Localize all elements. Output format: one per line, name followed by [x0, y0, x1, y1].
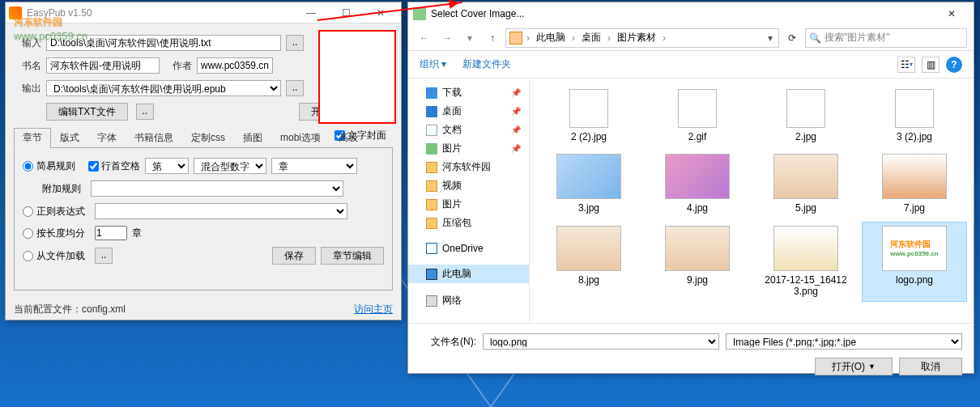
thumbnail [665, 154, 730, 199]
organize-menu[interactable]: 组织 ▾ [420, 57, 446, 71]
filetype-select[interactable]: Image Files (*.png;*.jpg;*.jpe [726, 333, 962, 350]
edit-txt-aux-button[interactable]: .. [136, 104, 154, 120]
file-item[interactable]: 2.gif [645, 85, 750, 146]
extra-rule-select[interactable] [91, 180, 343, 197]
cover-preview[interactable] [318, 30, 396, 124]
back-button[interactable]: ← [415, 28, 434, 48]
file-name: 4.jpg [687, 202, 708, 214]
prefix-select[interactable]: 第 [145, 158, 189, 174]
file-name: 2017-12-15_164123.png [761, 274, 850, 298]
file-item[interactable]: 8.jpg [536, 222, 641, 302]
folder-icon [509, 32, 522, 45]
tab-0[interactable]: 章节 [14, 128, 51, 148]
folder-icon [426, 180, 437, 192]
sidebar-item[interactable]: 下载📌 [408, 83, 529, 102]
tab-3[interactable]: 书籍信息 [126, 128, 182, 148]
preview-pane-button[interactable]: ▥ [922, 57, 940, 73]
edit-txt-button[interactable]: 编辑TXT文件 [46, 103, 128, 121]
file-item[interactable]: 河东软件园www.pc0359.cnlogo.png [862, 222, 967, 302]
refresh-button[interactable]: ⟳ [782, 28, 802, 48]
dialog-footer: 文件名(N): logo.png Image Files (*.png;*.jp… [408, 323, 974, 385]
line-space-checkbox[interactable]: 行首空格 [88, 159, 140, 173]
breadcrumb[interactable]: ›此电脑 ›桌面 ›图片素材 › ▾ [505, 28, 779, 48]
sidebar-item[interactable]: 河东软件园 [408, 158, 529, 176]
sidebar-item[interactable]: 图片📌 [408, 139, 529, 158]
from-file-browse-button[interactable]: .. [95, 248, 113, 264]
file-dialog: Select Cover Image... ✕ ← → ▾ ↑ ›此电脑 ›桌面… [407, 2, 974, 374]
file-item[interactable]: 9.jpg [645, 222, 750, 302]
author-label: 作者 [164, 59, 192, 73]
file-name: 5.jpg [795, 202, 816, 214]
regex-select[interactable] [95, 203, 347, 219]
input-path[interactable] [46, 35, 281, 51]
by-length-radio[interactable]: 按长度均分 [23, 227, 85, 240]
file-name: 8.jpg [578, 274, 599, 286]
status-bar: 当前配置文件：config.xml 访问主页 [14, 303, 393, 316]
dialog-title: Select Cover Image... [431, 8, 935, 19]
file-item[interactable]: 2 (2).jpg [536, 85, 641, 146]
file-item[interactable]: 3 (2).jpg [862, 85, 967, 146]
sidebar-network[interactable]: 网络 [408, 291, 529, 310]
tab-1[interactable]: 版式 [51, 128, 88, 148]
maximize-button[interactable]: ☐ [329, 3, 363, 23]
tab-6[interactable]: mobi选项 [271, 128, 330, 148]
dialog-close-button[interactable]: ✕ [935, 3, 969, 24]
file-name: 7.jpg [904, 202, 925, 214]
sidebar-item[interactable]: 视频 [408, 176, 529, 195]
tab-4[interactable]: 定制css [182, 128, 234, 148]
browse-output-button[interactable]: .. [286, 80, 304, 96]
up-button[interactable]: ↑ [483, 28, 502, 48]
sidebar-item[interactable]: 压缩包 [408, 214, 529, 232]
file-item[interactable]: 4.jpg [645, 150, 750, 218]
tab-7[interactable]: 高级 [330, 128, 367, 148]
book-name-input[interactable] [46, 57, 160, 74]
suffix-select[interactable]: 章 [271, 158, 357, 174]
file-item[interactable]: 7.jpg [862, 150, 967, 218]
search-input[interactable]: 🔍搜索"图片素材" [805, 28, 967, 48]
view-mode-button[interactable]: ☷▾ [897, 57, 915, 73]
number-type-select[interactable]: 混合型数字 [194, 158, 266, 174]
new-folder-button[interactable]: 新建文件夹 [462, 57, 511, 71]
input-label: 输入 [14, 36, 41, 50]
homepage-link[interactable]: 访问主页 [354, 303, 393, 316]
author-input[interactable] [197, 57, 273, 74]
filename-input[interactable]: logo.png [483, 333, 719, 350]
pin-icon: 📌 [511, 144, 521, 153]
from-file-radio[interactable]: 从文件加载 [23, 249, 85, 263]
folder-icon [426, 199, 437, 210]
chapter-edit-button[interactable]: 章节编辑 [321, 247, 384, 265]
help-button[interactable]: ? [946, 57, 962, 73]
cancel-button[interactable]: 取消 [899, 358, 962, 375]
forward-button[interactable]: → [437, 28, 457, 48]
sidebar-item[interactable]: 文档📌 [408, 121, 529, 139]
regex-radio[interactable]: 正则表达式 [23, 205, 85, 218]
pin-icon: 📌 [511, 107, 521, 116]
tab-5[interactable]: 插图 [234, 128, 271, 148]
sidebar-item[interactable]: 桌面📌 [408, 102, 529, 121]
output-path-select[interactable]: D:\tools\桌面\河东软件园\使用说明.epub [46, 80, 281, 96]
file-item[interactable]: 3.jpg [536, 150, 641, 218]
output-label: 输出 [14, 82, 41, 95]
file-name: 2 (2).jpg [571, 131, 607, 142]
save-button[interactable]: 保存 [272, 247, 316, 265]
extra-rule-label: 附加规则 [42, 182, 81, 196]
pin-icon: 📌 [511, 125, 521, 134]
thumbnail [569, 89, 608, 128]
sidebar-item[interactable]: 图片 [408, 195, 529, 214]
browse-input-button[interactable]: .. [286, 35, 304, 51]
file-list: 2 (2).jpg2.gif2.jpg3 (2).jpg3.jpg4.jpg5.… [530, 78, 974, 323]
pin-icon: 📌 [511, 88, 521, 97]
sidebar-thispc[interactable]: 此电脑 [408, 265, 529, 283]
length-input[interactable] [95, 226, 127, 240]
tab-2[interactable]: 字体 [88, 128, 126, 148]
thumbnail [895, 89, 934, 128]
file-item[interactable]: 2.jpg [753, 85, 859, 146]
thumbnail [678, 89, 717, 128]
open-button[interactable]: 打开(O) ▼ [815, 358, 893, 375]
file-item[interactable]: 5.jpg [753, 150, 859, 218]
sidebar-onedrive[interactable]: OneDrive [408, 240, 529, 256]
simple-rule-radio[interactable]: 简易规则 [23, 159, 75, 173]
file-item[interactable]: 2017-12-15_164123.png [753, 222, 859, 302]
recent-button[interactable]: ▾ [460, 28, 479, 48]
thumbnail [556, 226, 621, 271]
